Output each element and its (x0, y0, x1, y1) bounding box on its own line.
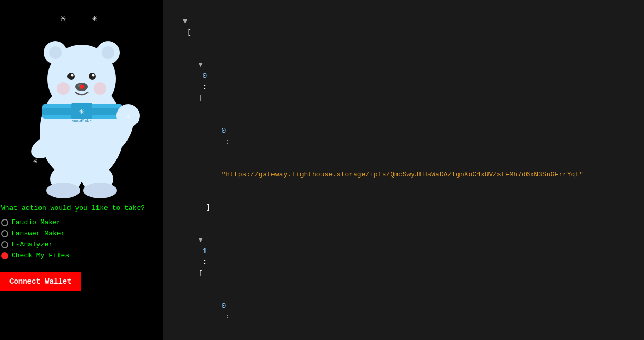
radio-circle-checkfiles (1, 252, 8, 259)
svg-point-11 (92, 74, 95, 77)
radio-circle-eaudio (1, 219, 8, 226)
item-0-entries: 0 : "https://gateway.lighthouse.storage/… (174, 115, 641, 192)
svg-point-29 (83, 183, 117, 198)
item-1-entries: 0 : "https://api.estuary.tech/gw/ipfs/ba… (174, 290, 641, 340)
radio-circle-eanalyzer (1, 241, 8, 248)
option-checkfiles[interactable]: Check My Files (1, 252, 69, 259)
svg-text:✳: ✳ (126, 113, 131, 121)
svg-text:snowflake: snowflake (72, 119, 92, 123)
root-toggle[interactable]: ▼ (183, 17, 187, 25)
svg-text:✳: ✳ (61, 13, 66, 24)
svg-text:✳: ✳ (79, 106, 85, 117)
option-eanalyzer-label: E-Analyzer (12, 241, 53, 248)
svg-point-9 (89, 73, 96, 80)
svg-point-14 (57, 82, 70, 95)
option-eanalyzer[interactable]: E-Analyzer (1, 241, 69, 248)
item-0: ▼ 0 : [ 0 : "https://gateway.lighthouse.… (167, 49, 641, 224)
option-eaudio[interactable]: Eaudio Maker (1, 218, 69, 226)
item-1: ▼ 1 : [ 0 : "https://api.estuary.tech/gw… (167, 224, 641, 340)
item-1-header: ▼ 1 : [ (174, 224, 641, 290)
svg-point-8 (67, 73, 75, 80)
bear-illustration: ✳ ✳ (13, 5, 150, 200)
item-0-header: ▼ 0 : [ (174, 49, 641, 115)
item-1-toggle[interactable]: ▼ (199, 236, 203, 244)
svg-point-28 (46, 183, 80, 198)
svg-point-30 (80, 85, 84, 89)
left-panel: ✳ ✳ (0, 0, 163, 340)
item-0-toggle[interactable]: ▼ (199, 61, 203, 69)
option-checkfiles-label: Check My Files (12, 252, 69, 259)
svg-text:✳: ✳ (33, 157, 38, 165)
json-viewer[interactable]: ▼ [ ▼ 0 : [ 0 : "https://gateway.lightho… (163, 0, 644, 340)
radio-circle-eanswer (1, 230, 8, 237)
option-eanswer[interactable]: Eanswer Maker (1, 229, 69, 237)
root-open: ▼ [ (167, 5, 641, 49)
bear-container: ✳ ✳ (0, 0, 163, 200)
option-eanswer-label: Eanswer Maker (12, 229, 65, 237)
connect-wallet-button[interactable]: Connect Wallet (0, 272, 81, 291)
svg-text:✳: ✳ (92, 13, 98, 24)
option-eaudio-label: Eaudio Maker (12, 218, 61, 226)
svg-point-10 (71, 74, 74, 77)
svg-point-15 (94, 82, 106, 95)
svg-point-7 (102, 46, 114, 59)
svg-point-5 (49, 46, 62, 59)
radio-options: Eaudio Maker Eanswer Maker E-Analyzer Ch… (0, 216, 70, 262)
question-label: What action would you like to take? (0, 200, 147, 216)
